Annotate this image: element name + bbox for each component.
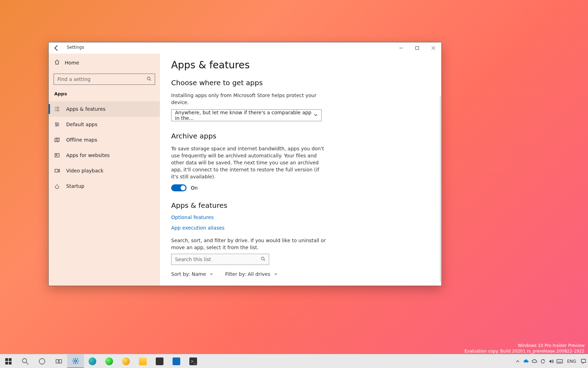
sort-by-value: Name — [191, 271, 206, 277]
svg-rect-27 — [9, 362, 12, 364]
sidebar-item-startup[interactable]: Startup — [49, 178, 160, 194]
app-execution-aliases-link[interactable]: App execution aliases — [171, 225, 430, 231]
taskbar-app-terminal[interactable]: >_ — [185, 354, 202, 368]
start-button[interactable] — [0, 354, 17, 368]
svg-rect-20 — [55, 169, 58, 172]
watermark-line2: Evaluation copy. Build 20201.rs_prerelea… — [464, 348, 584, 354]
svg-point-30 — [39, 359, 45, 364]
update-icon[interactable] — [540, 358, 546, 364]
sort-by-dropdown[interactable]: Sort by: Name — [171, 271, 213, 277]
onedrive-icon[interactable] — [523, 358, 529, 364]
svg-point-33 — [75, 360, 77, 362]
taskbar: >_ ENG — [0, 354, 588, 368]
filter-by-dropdown[interactable]: Filter by: All drives — [225, 271, 277, 277]
section-where-heading: Choose where to get apps — [171, 79, 430, 87]
svg-line-29 — [26, 362, 28, 364]
svg-line-40 — [73, 362, 74, 363]
taskbar-app-edge-canary[interactable] — [118, 354, 134, 368]
svg-rect-31 — [56, 360, 58, 363]
edge-dev-icon — [105, 357, 113, 365]
edge-canary-icon — [122, 357, 130, 365]
chevron-down-icon — [314, 113, 318, 118]
sidebar-item-label: Startup — [66, 183, 84, 189]
archive-apps-toggle-label: On — [191, 185, 198, 191]
home-icon — [54, 59, 61, 66]
filter-by-value: All drives — [248, 271, 271, 277]
sidebar-item-video-playback[interactable]: Video playback — [49, 163, 160, 178]
chevron-down-icon — [274, 271, 278, 277]
cortana-button[interactable] — [34, 354, 50, 368]
search-button[interactable] — [17, 354, 34, 368]
sidebar-item-label: Offline maps — [66, 137, 97, 143]
svg-point-28 — [22, 359, 27, 363]
section-apps-desc: Search, sort, and filter by drive. If yo… — [171, 237, 332, 251]
sidebar-item-label: Apps for websites — [66, 152, 110, 158]
language-indicator[interactable]: ENG — [565, 359, 578, 364]
window-titlebar[interactable]: Settings — [49, 42, 441, 54]
svg-line-23 — [264, 260, 265, 261]
maximize-button[interactable] — [409, 42, 425, 54]
archive-apps-toggle[interactable] — [171, 184, 187, 191]
svg-point-16 — [57, 124, 58, 125]
settings-search[interactable]: Find a setting — [54, 74, 155, 85]
svg-point-4 — [147, 77, 150, 80]
default-apps-icon — [54, 122, 61, 127]
taskbar-app-edge[interactable] — [84, 354, 101, 368]
svg-line-38 — [73, 359, 74, 360]
keyboard-icon[interactable] — [556, 358, 563, 364]
svg-point-22 — [261, 257, 264, 260]
minimize-button[interactable] — [393, 42, 409, 54]
window-title: Settings — [67, 45, 84, 50]
taskbar-app-mail[interactable] — [168, 354, 185, 368]
sidebar-home[interactable]: Home — [49, 56, 160, 69]
sidebar-item-offline-maps[interactable]: Offline maps — [49, 132, 160, 148]
sidebar-item-default-apps[interactable]: Default apps — [49, 117, 160, 132]
desktop: Windows 10 Pro Insider Preview Evaluatio… — [0, 0, 588, 368]
back-button[interactable] — [52, 44, 61, 52]
weather-icon[interactable] — [531, 358, 538, 364]
system-tray: ENG — [514, 358, 588, 364]
apps-list-search[interactable]: Search this list — [171, 254, 269, 265]
content-scrollbar[interactable] — [440, 96, 441, 282]
taskbar-app-edge-dev[interactable] — [101, 354, 118, 368]
task-view-button[interactable] — [50, 354, 67, 368]
edge-icon — [89, 357, 96, 365]
settings-window: Settings Home Find a se — [48, 42, 442, 286]
taskbar-app-explorer[interactable] — [134, 354, 151, 368]
apps-websites-icon — [54, 152, 61, 158]
search-icon — [261, 257, 265, 262]
windows-watermark: Windows 10 Pro Insider Preview Evaluatio… — [464, 343, 584, 354]
store-icon — [156, 357, 163, 365]
section-archive-desc: To save storage space and internet bandw… — [171, 145, 325, 180]
sidebar-item-label: Default apps — [66, 122, 97, 127]
startup-icon — [54, 183, 61, 189]
optional-features-link[interactable]: Optional features — [171, 214, 430, 220]
app-source-select-value: Anywhere, but let me know if there's a c… — [175, 110, 314, 121]
taskbar-app-settings[interactable] — [67, 354, 84, 368]
app-source-select[interactable]: Anywhere, but let me know if there's a c… — [171, 109, 322, 121]
sidebar-section-label: Apps — [49, 88, 160, 101]
sidebar-item-label: Apps & features — [66, 106, 105, 112]
svg-rect-26 — [5, 362, 8, 364]
close-button[interactable] — [425, 42, 441, 54]
page-title: Apps & features — [171, 59, 430, 71]
svg-rect-25 — [9, 358, 12, 361]
chevron-down-icon — [210, 271, 213, 277]
taskbar-app-store[interactable] — [151, 354, 168, 368]
volume-icon[interactable] — [548, 358, 554, 364]
svg-rect-24 — [5, 358, 8, 361]
tray-overflow-icon[interactable] — [514, 358, 521, 364]
sidebar-item-label: Video playback — [66, 168, 104, 173]
sidebar-item-apps-features[interactable]: Apps & features — [49, 101, 160, 117]
svg-line-5 — [150, 80, 151, 81]
settings-icon — [72, 357, 79, 365]
file-explorer-icon — [139, 357, 147, 365]
action-center-icon[interactable] — [580, 358, 587, 364]
svg-rect-42 — [557, 360, 562, 363]
svg-point-15 — [56, 123, 57, 124]
sort-by-label: Sort by: — [171, 271, 190, 277]
sidebar-item-apps-websites[interactable]: Apps for websites — [49, 148, 160, 163]
svg-rect-19 — [56, 155, 57, 156]
settings-search-placeholder: Find a setting — [57, 76, 91, 82]
sidebar-nav: Apps & features Default apps Offline map… — [49, 101, 160, 194]
